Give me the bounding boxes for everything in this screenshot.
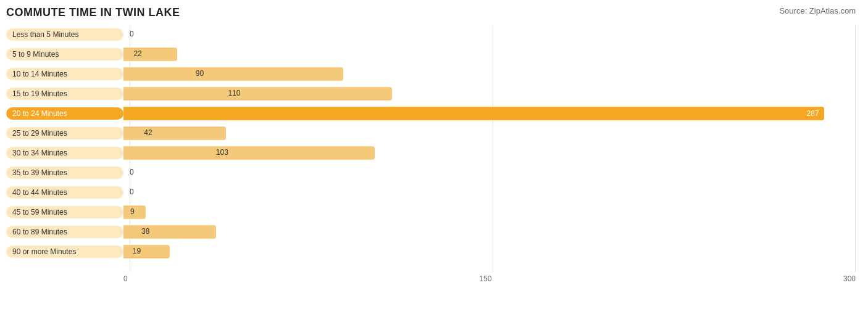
bar-row: 45 to 59 Minutes9 [6,203,856,221]
bar-row: 10 to 14 Minutes90 [6,65,856,83]
bars-wrapper: Less than 5 Minutes05 to 9 Minutes2210 t… [6,25,856,272]
x-label-0: 0 [123,275,128,283]
bar-label: 60 to 89 Minutes [6,226,123,238]
bar-label: 90 or more Minutes [6,246,123,258]
bar-label: 40 to 44 Minutes [6,186,123,199]
bar-track: 287 [123,107,856,120]
bar-value: 42 [144,128,152,137]
bar-track: 0 [123,186,856,199]
bar-fill: 103 [123,146,375,160]
bar-row: 25 to 29 Minutes42 [6,124,856,142]
bar-fill: 90 [123,67,343,81]
bar-value: 103 [216,148,228,157]
bar-track: 103 [123,146,856,160]
bar-label: 10 to 14 Minutes [6,68,123,80]
chart-header: COMMUTE TIME IN TWIN LAKE Source: ZipAtl… [6,6,856,19]
x-axis: 0 150 300 [123,275,856,283]
chart-container: COMMUTE TIME IN TWIN LAKE Source: ZipAtl… [0,0,868,322]
chart-source: Source: ZipAtlas.com [779,6,856,15]
bar-value: 19 [133,247,141,255]
bar-fill: 42 [123,126,226,140]
bar-value: 110 [228,89,240,97]
bar-row: 40 to 44 Minutes0 [6,183,856,202]
bar-row: 90 or more Minutes19 [6,242,856,261]
bar-label: 15 to 19 Minutes [6,88,123,100]
bar-track: 38 [123,225,856,239]
bar-track: 9 [123,205,856,219]
bar-label: 5 to 9 Minutes [6,48,123,60]
bar-row: 30 to 34 Minutes103 [6,144,856,162]
bar-label: 20 to 24 Minutes [6,107,123,120]
bar-fill: 9 [123,205,146,219]
bar-row: 5 to 9 Minutes22 [6,45,856,64]
bar-track: 19 [123,245,856,258]
bar-label: 25 to 29 Minutes [6,127,123,139]
bar-row: 60 to 89 Minutes38 [6,223,856,241]
bar-fill: 22 [123,47,177,61]
bar-value: 90 [196,69,204,78]
bar-row: Less than 5 Minutes0 [6,25,856,44]
bar-value: 9 [130,207,135,216]
bar-value: 22 [133,49,141,58]
bar-label: 30 to 34 Minutes [6,147,123,159]
bar-row: 15 to 19 Minutes110 [6,85,856,103]
bar-value: 38 [141,227,149,236]
x-label-150: 150 [479,275,491,283]
bar-track: 0 [123,166,856,180]
bar-fill: 19 [123,245,170,258]
bar-fill: 38 [123,225,216,239]
bar-fill: 110 [123,87,392,101]
bar-value: 0 [130,30,134,38]
bar-track: 90 [123,67,856,81]
bar-row: 20 to 24 Minutes287 [6,104,856,123]
bar-track: 110 [123,87,856,101]
bar-label: Less than 5 Minutes [6,28,123,41]
bar-label: 35 to 39 Minutes [6,167,123,179]
chart-area: Less than 5 Minutes05 to 9 Minutes2210 t… [6,25,856,291]
bar-value: 0 [130,188,134,196]
bar-value: 287 [807,109,819,118]
bar-value: 0 [130,168,134,176]
bar-track: 22 [123,47,856,61]
bar-fill: 287 [123,107,824,120]
bar-track: 0 [123,28,856,41]
chart-title: COMMUTE TIME IN TWIN LAKE [6,6,180,19]
bar-track: 42 [123,126,856,140]
x-label-300: 300 [843,275,856,283]
bar-row: 35 to 39 Minutes0 [6,163,856,182]
bar-label: 45 to 59 Minutes [6,206,123,218]
